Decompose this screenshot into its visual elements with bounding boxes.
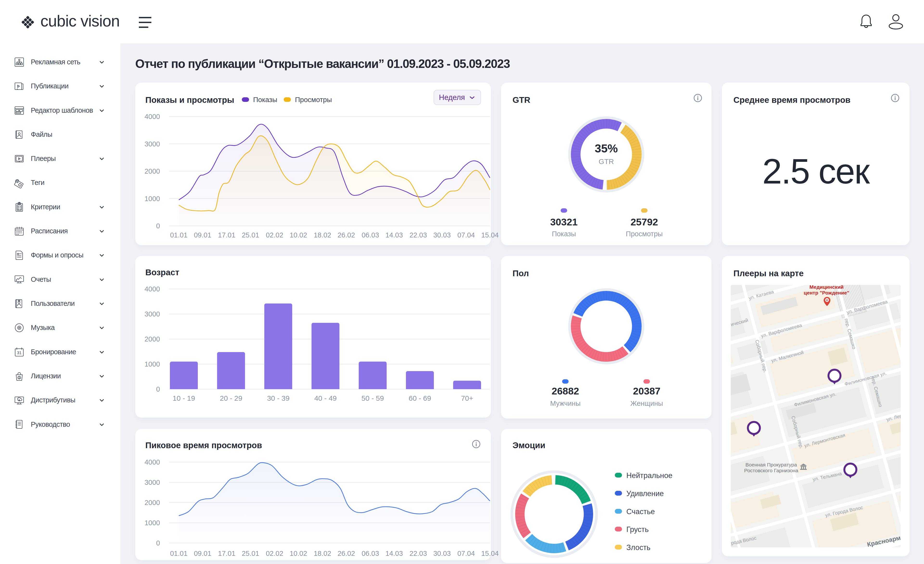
svg-text:20 - 29: 20 - 29 [220,394,242,402]
svg-text:4000: 4000 [144,285,160,293]
svg-text:0: 0 [156,539,160,547]
svg-text:1000: 1000 [144,195,160,203]
svg-text:H: H [826,298,828,302]
svg-text:06.03: 06.03 [362,231,379,239]
svg-text:25.01: 25.01 [242,231,260,239]
svg-text:3000: 3000 [144,140,160,148]
svg-text:центр "Рождение": центр "Рождение" [804,290,849,295]
svg-text:26.02: 26.02 [338,231,355,239]
svg-text:60 - 69: 60 - 69 [409,394,431,402]
svg-text:2000: 2000 [144,167,160,175]
svg-text:70+: 70+ [461,394,473,402]
svg-text:31: 31 [17,350,22,355]
svg-text:GTR: GTR [598,158,614,165]
svg-text:17.01: 17.01 [218,231,236,239]
svg-text:1000: 1000 [144,519,160,527]
svg-text:07.04: 07.04 [458,231,475,239]
svg-text:10 - 19: 10 - 19 [172,394,195,402]
svg-text:02.02: 02.02 [266,549,284,557]
svg-text:0: 0 [156,222,160,230]
svg-text:01.01: 01.01 [170,231,188,239]
svg-text:10.02: 10.02 [290,231,307,239]
svg-text:1000: 1000 [144,360,160,368]
svg-text:Ростовского Гарнизона: Ростовского Гарнизона [744,468,798,473]
svg-text:35%: 35% [595,142,618,155]
svg-text:$: $ [18,376,20,379]
svg-text:22.03: 22.03 [410,549,427,557]
svg-text:3000: 3000 [144,310,160,318]
svg-text:01.01: 01.01 [170,549,188,557]
svg-text:2000: 2000 [144,499,160,507]
svg-text:02.02: 02.02 [266,231,284,239]
svg-text:40 - 49: 40 - 49 [314,394,337,402]
svg-text:0: 0 [156,385,160,393]
svg-text:14.03: 14.03 [386,231,403,239]
svg-text:07.04: 07.04 [458,549,475,557]
svg-text:30.03: 30.03 [434,231,451,239]
svg-text:15.04: 15.04 [481,231,499,239]
svg-text:50 - 59: 50 - 59 [362,394,384,402]
svg-text:Медицинский: Медицинский [810,285,844,290]
svg-text:14.03: 14.03 [386,549,403,557]
svg-text:10.02: 10.02 [290,549,307,557]
svg-text:09.01: 09.01 [194,549,212,557]
svg-text:Военная Прокуратура: Военная Прокуратура [746,462,797,468]
svg-text:4000: 4000 [144,458,160,466]
svg-text:4000: 4000 [144,113,160,120]
svg-text:17.01: 17.01 [218,549,236,557]
svg-text:30.03: 30.03 [434,549,451,557]
svg-text:18.02: 18.02 [314,549,332,557]
svg-text:3000: 3000 [144,478,160,486]
svg-text:15.04: 15.04 [481,549,499,557]
svg-text:25.01: 25.01 [242,549,260,557]
svg-text:22.03: 22.03 [410,231,427,239]
svg-text:18.02: 18.02 [314,231,332,239]
svg-text:30 - 39: 30 - 39 [267,394,290,402]
svg-text:09.01: 09.01 [194,231,212,239]
svg-text:26.02: 26.02 [338,549,355,557]
svg-text:2000: 2000 [144,335,160,343]
svg-text:06.03: 06.03 [362,549,379,557]
